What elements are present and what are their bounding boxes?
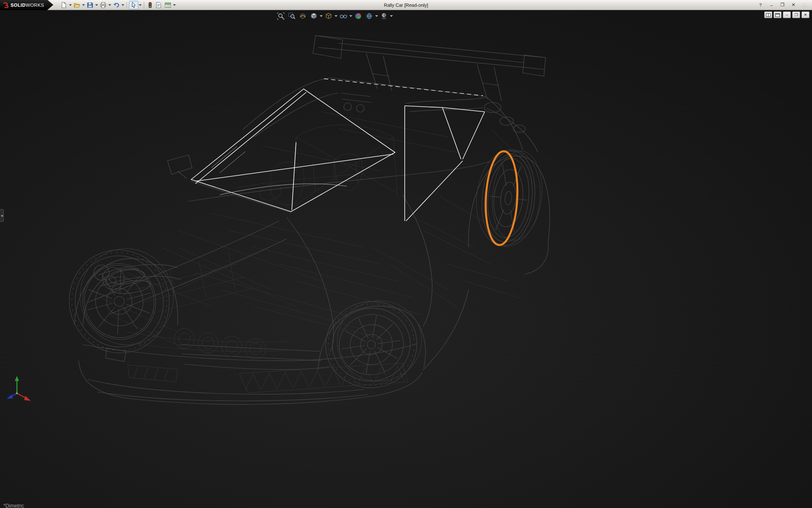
brand-notch <box>47 0 53 10</box>
help-button[interactable]: ? <box>756 1 765 9</box>
split-view-button[interactable] <box>764 11 772 18</box>
print-dropdown[interactable] <box>108 1 111 9</box>
display-style-dropdown[interactable] <box>335 15 337 17</box>
options-icon <box>165 2 171 8</box>
document-close-button[interactable]: ✕ <box>801 11 809 18</box>
open-button[interactable] <box>72 1 82 9</box>
front-left-wheel <box>58 237 186 364</box>
undo-dropdown[interactable] <box>121 1 124 9</box>
view-settings-button[interactable] <box>379 11 389 21</box>
pane-view-icon <box>775 13 780 17</box>
select-cursor-icon <box>130 2 137 8</box>
zoom-to-fit-icon <box>277 12 285 20</box>
main-toolbar <box>59 1 176 9</box>
orientation-triad <box>7 376 31 401</box>
document-window-controls: – ❐ ✕ <box>764 11 809 18</box>
toolbar-separator <box>144 2 144 8</box>
hide-show-items-dropdown[interactable] <box>349 15 352 17</box>
view-orientation-dropdown[interactable] <box>320 15 323 17</box>
front-right-wheel <box>320 295 428 394</box>
brand-text: SOLIDWORKS <box>11 3 44 8</box>
window-controls: ? – ❐ ✕ ⬚ <box>756 1 812 9</box>
toolbar-separator <box>126 2 127 8</box>
section-view-button[interactable] <box>298 11 308 21</box>
document-restore-button[interactable]: ❐ <box>792 11 800 18</box>
apply-scene-dropdown[interactable] <box>375 15 378 17</box>
minimize-button[interactable]: – <box>767 1 776 9</box>
resize-grip-icon: ⬚ <box>800 1 809 9</box>
highlighted-glass-edges <box>191 79 485 221</box>
dassault-3ds-logo-icon <box>3 2 9 8</box>
view-settings-icon <box>380 12 388 20</box>
undo-icon <box>113 2 120 8</box>
new-document-dropdown[interactable] <box>69 1 72 9</box>
open-dropdown[interactable] <box>82 1 85 9</box>
new-document-button[interactable] <box>59 1 69 9</box>
zoom-to-fit-button[interactable] <box>276 11 286 21</box>
view-settings-dropdown[interactable] <box>390 15 393 17</box>
file-properties-icon <box>156 2 162 8</box>
open-folder-icon <box>74 2 80 8</box>
save-dropdown[interactable] <box>95 1 98 9</box>
wireframe-interior-lines <box>102 112 538 351</box>
hide-show-items-icon <box>340 12 347 20</box>
split-view-icon <box>766 13 771 17</box>
print-icon <box>100 2 107 8</box>
zoom-to-area-button[interactable] <box>287 11 297 21</box>
rebuild-icon <box>148 2 153 8</box>
hide-show-items-button[interactable] <box>338 11 348 21</box>
options-dropdown[interactable] <box>173 1 176 9</box>
solidworks-brand: SOLIDWORKS <box>0 0 47 10</box>
undo-button[interactable] <box>112 1 121 9</box>
view-orientation-label: *Dimetric <box>3 503 24 508</box>
restore-button[interactable]: ❐ <box>778 1 787 9</box>
rebuild-button[interactable] <box>146 1 154 9</box>
document-minimize-button[interactable]: – <box>783 11 791 18</box>
section-view-icon <box>299 12 307 20</box>
save-icon <box>87 2 93 8</box>
feature-manager-collapse-tab[interactable]: ◂ <box>0 209 4 222</box>
view-orientation-cube-icon <box>310 12 318 20</box>
edit-appearance-button[interactable] <box>353 11 363 21</box>
apply-scene-button[interactable] <box>364 11 374 21</box>
graphics-viewport[interactable]: – ❐ ✕ ◂ *Dimetric <box>0 10 812 508</box>
options-button[interactable] <box>163 1 173 9</box>
select-tool-button[interactable] <box>129 1 138 9</box>
pane-view-button[interactable] <box>774 11 782 18</box>
zoom-to-area-icon <box>288 12 296 20</box>
edit-appearance-icon <box>354 12 362 20</box>
title-bar: SOLIDWORKS <box>0 0 812 10</box>
close-button[interactable]: ✕ <box>789 1 798 9</box>
save-button[interactable] <box>85 1 95 9</box>
apply-scene-icon <box>365 12 373 20</box>
file-properties-button[interactable] <box>154 1 163 9</box>
new-document-icon <box>60 2 67 8</box>
print-button[interactable] <box>99 1 108 9</box>
wireframe-car-model[interactable] <box>0 10 812 508</box>
select-tool-dropdown[interactable] <box>139 1 142 9</box>
display-style-button[interactable] <box>324 11 334 21</box>
view-orientation-button[interactable] <box>309 11 319 21</box>
chevron-left-icon: ◂ <box>1 213 3 218</box>
display-style-icon <box>325 12 332 20</box>
heads-up-view-toolbar <box>274 11 395 21</box>
